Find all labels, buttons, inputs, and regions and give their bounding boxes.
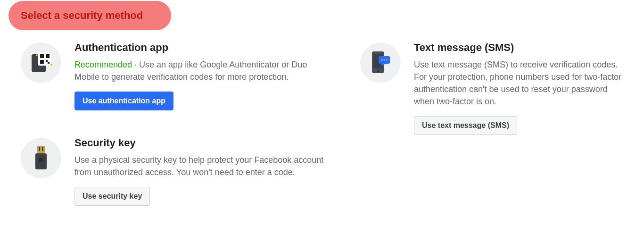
phone-sms-icon [360, 42, 401, 83]
svg-rect-4 [46, 54, 50, 58]
svg-rect-5 [40, 60, 44, 64]
auth-app-icon [21, 42, 61, 83]
usb-key-icon [21, 138, 61, 178]
section-heading-text: Select a security method [21, 9, 143, 21]
use-security-key-button[interactable]: Use security key [74, 187, 150, 206]
svg-rect-3 [40, 54, 44, 58]
separator: · [132, 60, 139, 69]
svg-rect-14 [39, 158, 43, 162]
svg-point-17 [377, 70, 379, 72]
svg-point-20 [381, 59, 382, 60]
use-authentication-app-button[interactable]: Use authentication app [74, 92, 173, 110]
method-title: Text message (SMS) [414, 42, 624, 54]
method-description: Recommended · Use an app like Google Aut… [74, 59, 332, 83]
svg-point-22 [386, 59, 387, 60]
svg-point-21 [383, 59, 385, 60]
svg-rect-6 [46, 60, 48, 62]
method-auth-app: Authentication app Recommended · Use an … [21, 42, 332, 110]
svg-rect-7 [48, 62, 50, 64]
method-description: Use a physical security key to help prot… [74, 154, 332, 178]
method-security-key: Security key Use a physical security key… [21, 137, 332, 206]
method-description: Use text message (SMS) to receive verifi… [414, 59, 624, 108]
method-title: Authentication app [74, 42, 332, 54]
svg-rect-12 [42, 147, 43, 151]
method-title: Security key [74, 137, 332, 149]
recommended-label: Recommended [74, 60, 132, 69]
svg-point-8 [36, 54, 38, 56]
use-text-message-button[interactable]: Use text message (SMS) [414, 116, 517, 135]
svg-point-9 [50, 64, 52, 66]
method-sms: Text message (SMS) Use text message (SMS… [360, 42, 624, 135]
svg-rect-11 [39, 147, 40, 151]
svg-rect-10 [37, 146, 45, 153]
section-heading: Select a security method [8, 1, 171, 30]
